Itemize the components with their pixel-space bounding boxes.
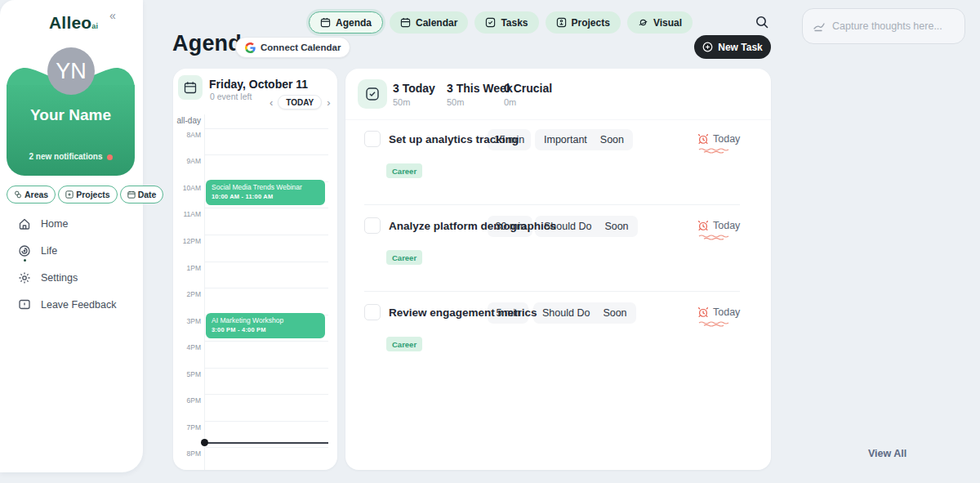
task-priority: Should Do <box>542 307 590 319</box>
all-day-label: all-day <box>173 116 201 125</box>
calendar-date-title: Friday, October 11 <box>209 78 308 91</box>
hour-label: 8PM <box>173 449 201 458</box>
capture-thoughts-input[interactable] <box>832 20 947 32</box>
sidebar-item-settings[interactable]: Settings <box>18 270 116 286</box>
task-title[interactable]: Review engagement metrics <box>389 306 537 319</box>
stat-today: 3 Today 50m <box>393 82 435 107</box>
due-underline <box>698 321 731 327</box>
stat-crucial-sub: 0m <box>504 97 552 107</box>
filter-date-button[interactable]: Date <box>120 186 164 203</box>
search-button[interactable] <box>755 15 769 33</box>
hour-line <box>204 154 328 155</box>
tab-agenda[interactable]: Agenda <box>309 11 383 34</box>
hour-line <box>204 128 328 129</box>
sidebar-filters: Areas Projects Date <box>7 186 163 203</box>
hour-line <box>204 421 328 422</box>
sidebar-collapse-icon[interactable]: « <box>109 9 116 22</box>
notifications-text[interactable]: 2 new notifications <box>7 152 135 161</box>
tab-tasks[interactable]: Tasks <box>474 11 538 34</box>
new-task-button[interactable]: New Task <box>694 35 771 59</box>
stat-crucial: 0 Crucial 0m <box>504 82 552 107</box>
hour-label: 3PM <box>173 317 201 325</box>
tab-calendar[interactable]: Calendar <box>390 11 468 34</box>
stat-today-sub: 50m <box>393 97 435 107</box>
avatar[interactable]: YN <box>47 47 95 95</box>
today-button[interactable]: TODAY <box>278 95 322 110</box>
stat-this-week-sub: 50m <box>447 97 513 107</box>
plus-circle-icon <box>702 42 713 52</box>
connect-calendar-button[interactable]: Connect Calendar <box>235 37 350 58</box>
date-icon <box>127 190 136 199</box>
app-logo-suffix: ai <box>91 22 98 30</box>
task-checkbox[interactable] <box>364 304 381 320</box>
task-due[interactable]: Today <box>697 220 740 231</box>
task-priority: Important <box>544 134 587 145</box>
event-title: Social Media Trends Webinar <box>212 183 319 191</box>
hour-line <box>204 288 328 288</box>
task-when: Soon <box>603 307 626 319</box>
home-icon <box>18 217 31 230</box>
current-time-dot <box>201 439 208 446</box>
hour-line <box>204 394 328 395</box>
task-due[interactable]: Today <box>697 133 740 145</box>
new-task-label: New Task <box>718 42 762 53</box>
view-all-link[interactable]: View All <box>868 448 906 459</box>
tab-visual[interactable]: Visual <box>627 11 693 34</box>
hour-label: 12PM <box>173 237 201 245</box>
visual-icon <box>638 17 648 28</box>
calendar-event[interactable]: Social Media Trends Webinar 10:00 AM - 1… <box>206 180 325 205</box>
hour-label: 11AM <box>173 210 201 218</box>
task-priority-pill[interactable]: Important Soon <box>535 129 633 150</box>
agenda-icon <box>320 17 331 28</box>
hour-label: 10AM <box>173 184 201 192</box>
alarm-icon <box>697 133 709 145</box>
chevron-right-icon[interactable]: › <box>327 97 330 108</box>
feedback-icon <box>18 298 31 311</box>
task-tag[interactable]: Career <box>386 337 422 351</box>
stat-crucial-label: 0 Crucial <box>504 82 552 95</box>
tasks-panel: 3 Today 50m 3 This Week 50m 0 Crucial 0m… <box>345 69 771 470</box>
event-time: 3:00 PM - 4:00 PM <box>212 326 319 333</box>
task-title[interactable]: Analyze platform demographics <box>389 220 556 232</box>
filter-projects-button[interactable]: Projects <box>58 186 117 203</box>
task-when: Soon <box>600 134 624 145</box>
task-checkbox[interactable] <box>364 131 381 147</box>
hour-line <box>204 447 328 448</box>
hour-line <box>204 208 328 208</box>
sidebar-item-home[interactable]: Home <box>18 216 116 232</box>
due-underline <box>698 235 731 240</box>
task-due[interactable]: Today <box>697 306 740 318</box>
divider <box>364 204 740 205</box>
time-grid-axis <box>204 114 205 470</box>
sidebar: Alleoai « YN Your Name 2 new notificatio… <box>0 0 143 472</box>
hour-line <box>204 368 328 369</box>
hour-line <box>204 235 328 235</box>
hour-label: 7PM <box>173 423 201 432</box>
stat-today-label: 3 Today <box>393 82 435 95</box>
tasks-panel-icon <box>358 79 387 109</box>
task-due-label: Today <box>713 133 740 145</box>
task-checkbox[interactable] <box>364 217 381 234</box>
sidebar-item-home-label: Home <box>41 218 68 230</box>
task-priority-pill[interactable]: Should Do Soon <box>533 302 636 324</box>
sidebar-item-feedback[interactable]: Leave Feedback <box>18 297 116 313</box>
task-title[interactable]: Set up analytics tracking <box>389 133 519 145</box>
chevron-left-icon[interactable]: ‹ <box>270 97 273 108</box>
life-indicator-dot <box>24 259 26 262</box>
task-tag[interactable]: Career <box>386 163 422 178</box>
alarm-icon <box>697 220 709 231</box>
tab-projects[interactable]: Projects <box>546 11 621 34</box>
sidebar-item-life[interactable]: Life <box>18 243 116 259</box>
tab-tasks-label: Tasks <box>501 17 528 29</box>
pen-icon <box>813 20 826 33</box>
tab-visual-label: Visual <box>653 17 682 29</box>
user-name: Your Name <box>7 106 135 124</box>
sidebar-item-settings-label: Settings <box>41 272 78 284</box>
stat-this-week: 3 This Week 50m <box>447 82 513 107</box>
filter-areas-button[interactable]: Areas <box>7 186 56 203</box>
task-due-label: Today <box>713 306 740 318</box>
alarm-icon <box>697 306 709 318</box>
tab-projects-label: Projects <box>572 17 610 29</box>
task-tag[interactable]: Career <box>386 250 422 265</box>
calendar-event[interactable]: AI Marketing Workshop 3:00 PM - 4:00 PM <box>206 313 325 338</box>
